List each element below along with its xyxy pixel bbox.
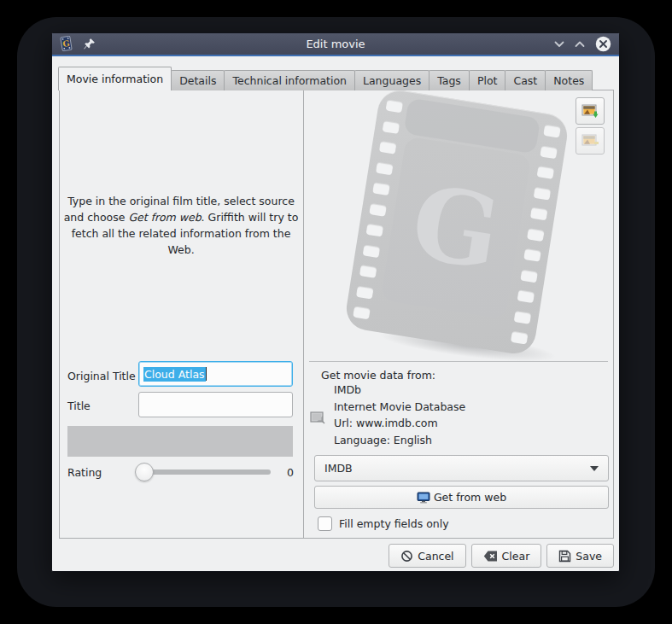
remove-poster-button[interactable] xyxy=(576,127,605,155)
source-select-value: IMDB xyxy=(324,462,353,475)
maximize-chevron-up-icon[interactable] xyxy=(575,41,585,48)
film-strip-frame: G xyxy=(381,137,532,320)
separator xyxy=(309,361,608,362)
cancel-icon xyxy=(400,550,413,563)
save-button[interactable]: Save xyxy=(546,544,614,568)
get-movie-data-label: Get movie data from: xyxy=(321,369,435,382)
source-language: Language: English xyxy=(334,432,465,449)
instructions-text: Type in the original film title, select … xyxy=(63,193,299,258)
disabled-area xyxy=(67,426,293,457)
pin-icon[interactable] xyxy=(83,38,96,50)
get-from-web-button[interactable]: Get from web xyxy=(314,486,609,509)
source-url: Url: www.imdb.com xyxy=(334,415,465,432)
original-title-field[interactable]: Cloud Atlas xyxy=(138,361,293,387)
right-panel: G xyxy=(305,90,615,538)
movie-information-page: Type in the original film title, select … xyxy=(59,90,614,539)
rating-slider-track[interactable] xyxy=(138,469,271,475)
fill-empty-row: Fill empty fields only xyxy=(318,516,449,531)
rating-value: 0 xyxy=(275,466,294,479)
selected-text: Cloud Atlas xyxy=(143,367,206,382)
tab-tags[interactable]: Tags xyxy=(429,70,470,90)
clear-button[interactable]: Clear xyxy=(471,544,542,568)
svg-text:G: G xyxy=(62,38,71,49)
tab-plot[interactable]: Plot xyxy=(469,70,506,90)
tab-details[interactable]: Details xyxy=(171,70,225,90)
rating-slider-handle[interactable] xyxy=(135,463,154,481)
remove-image-icon xyxy=(581,134,599,149)
source-select[interactable]: IMDB xyxy=(314,455,609,481)
save-floppy-icon xyxy=(558,550,571,563)
footer-buttons: Cancel Clear xyxy=(389,544,614,568)
tab-notes[interactable]: Notes xyxy=(545,70,593,90)
cancel-button[interactable]: Cancel xyxy=(389,544,465,568)
edit-movie-window: Edit movie G xyxy=(51,32,620,572)
source-description: Internet Movie Database xyxy=(334,399,465,416)
fill-empty-label: Fill empty fields only xyxy=(339,517,449,530)
source-name: IMDb xyxy=(334,382,465,399)
griffith-letter: G xyxy=(406,172,506,284)
source-info: IMDb Internet Movie Database Url: www.im… xyxy=(334,382,465,448)
add-image-icon xyxy=(581,104,599,119)
tab-cast[interactable]: Cast xyxy=(505,70,546,90)
desktop: Edit movie G xyxy=(0,0,672,624)
monitor-icon xyxy=(417,492,430,504)
tab-bar: Movie information Details Technical info… xyxy=(59,67,593,90)
shade-chevron-down-icon[interactable] xyxy=(554,41,564,48)
picture-icon xyxy=(310,410,326,424)
rating-label: Rating xyxy=(67,466,102,479)
text-caret xyxy=(206,367,207,381)
fill-empty-checkbox[interactable] xyxy=(318,516,332,531)
film-strip-placeholder: G xyxy=(343,87,570,357)
add-poster-button[interactable] xyxy=(576,97,605,125)
tab-technical-information[interactable]: Technical information xyxy=(224,70,355,90)
original-title-label: Original Title xyxy=(67,370,136,382)
window-title: Edit movie xyxy=(52,38,619,50)
griffith-app-icon: G xyxy=(59,36,73,52)
clear-backspace-icon xyxy=(483,551,498,562)
tab-languages[interactable]: Languages xyxy=(354,70,429,90)
title-field[interactable] xyxy=(138,392,293,417)
tab-movie-information[interactable]: Movie information xyxy=(58,67,172,90)
title-label: Title xyxy=(67,399,91,412)
titlebar[interactable]: Edit movie G xyxy=(52,33,619,56)
chevron-down-icon xyxy=(590,466,599,471)
close-icon[interactable] xyxy=(595,36,611,52)
left-panel: Type in the original film title, select … xyxy=(60,90,304,538)
